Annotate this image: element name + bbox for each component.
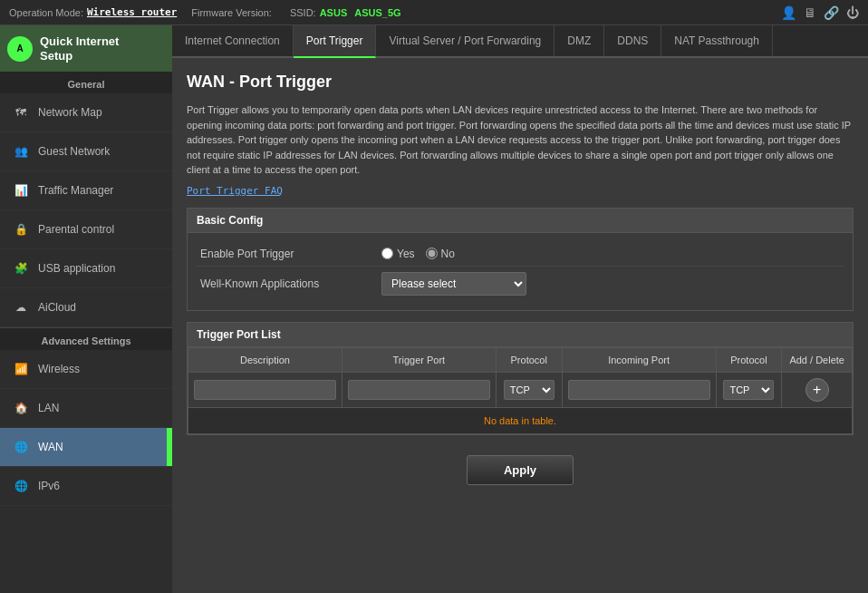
ipv6-icon: 🌐 [11, 476, 31, 496]
page-description: Port Trigger allows you to temporarily o… [187, 102, 854, 178]
aicloud-icon: ☁ [11, 297, 31, 317]
select-protocol-1[interactable]: TCP UDP BOTH [504, 380, 555, 400]
sidebar-item-aicloud[interactable]: ☁ AiCloud [0, 288, 172, 327]
basic-config-section: Basic Config Enable Port Trigger Yes No [187, 208, 854, 311]
sidebar-item-guest-network[interactable]: 👥 Guest Network [0, 132, 172, 171]
enable-port-trigger-label: Enable Port Trigger [200, 248, 381, 260]
page-title: WAN - Port Trigger [187, 73, 854, 92]
advanced-settings-label: Advanced Settings [0, 327, 172, 350]
input-incoming-port[interactable] [568, 380, 710, 400]
basic-config-body: Enable Port Trigger Yes No [188, 233, 853, 310]
trigger-port-list-header: Trigger Port List [188, 323, 853, 347]
sidebar-item-parental-control[interactable]: 🔒 Parental control [0, 210, 172, 249]
parental-control-icon: 🔒 [11, 219, 31, 239]
sidebar-item-ipv6[interactable]: 🌐 IPv6 [0, 467, 172, 506]
sidebar-item-network-map[interactable]: 🗺 Network Map [0, 93, 172, 132]
td-protocol-1: TCP UDP BOTH [496, 372, 562, 407]
usb-application-icon: 🧩 [11, 258, 31, 278]
wan-icon: 🌐 [11, 437, 31, 457]
power-icon[interactable]: ⏻ [846, 5, 859, 20]
sidebar-item-label-network-map: Network Map [38, 106, 102, 119]
td-incoming-port [562, 372, 716, 407]
sidebar-item-usb-application[interactable]: 🧩 USB application [0, 249, 172, 288]
td-description [188, 372, 342, 407]
radio-yes-label: Yes [397, 248, 415, 260]
radio-yes-input[interactable] [381, 248, 393, 259]
general-section-label: General [0, 72, 172, 93]
layout: A Quick InternetSetup General 🗺 Network … [0, 25, 868, 593]
add-button[interactable]: + [805, 378, 829, 402]
sidebar-item-label-ipv6: IPv6 [38, 480, 60, 492]
tab-virtual-server[interactable]: Virtual Server / Port Forwarding [376, 25, 555, 56]
col-protocol-1: Protocol [496, 347, 562, 372]
tab-ddns[interactable]: DDNS [604, 25, 661, 56]
tab-dmz[interactable]: DMZ [555, 25, 604, 56]
sidebar-item-wireless[interactable]: 📶 Wireless [0, 350, 172, 389]
sidebar-item-wan[interactable]: 🌐 WAN [0, 428, 172, 467]
sidebar-item-label-usb-application: USB application [38, 262, 115, 275]
input-description[interactable] [194, 380, 336, 400]
col-incoming-port: Incoming Port [562, 347, 716, 372]
ssid-value: ASUS [320, 7, 348, 18]
operation-mode-label: Operation Mode: [9, 7, 83, 18]
network-icon[interactable]: 🔗 [824, 5, 839, 20]
tab-internet-connection[interactable]: Internet Connection [172, 25, 294, 56]
apply-area: Apply [187, 446, 854, 494]
apply-button[interactable]: Apply [467, 455, 574, 485]
td-add-delete: + [782, 372, 853, 407]
sidebar-item-label-traffic-manager: Traffic Manager [38, 184, 113, 197]
well-known-apps-row: Well-Known Applications Please select [197, 267, 844, 301]
operation-mode-value: Wireless router [87, 6, 177, 18]
sidebar-item-lan[interactable]: 🏠 LAN [0, 389, 172, 428]
enable-port-trigger-control: Yes No [381, 248, 455, 260]
well-known-select[interactable]: Please select [381, 272, 526, 296]
enable-port-trigger-row: Enable Port Trigger Yes No [197, 242, 844, 267]
sidebar-item-label-aicloud: AiCloud [38, 301, 76, 314]
ssid-label: SSID: [290, 7, 316, 18]
well-known-control: Please select [381, 272, 526, 296]
radio-no[interactable]: No [426, 248, 455, 260]
sidebar-item-label-lan: LAN [38, 402, 59, 414]
col-protocol-2: Protocol [716, 347, 782, 372]
faq-link[interactable]: Port Trigger FAQ [187, 185, 854, 197]
active-indicator [167, 428, 172, 466]
no-data-cell: No data in table. [188, 407, 853, 433]
firmware-label: Firmware Version: [191, 7, 272, 18]
trigger-port-list-body: Description Trigger Port Protocol Incomi… [188, 347, 853, 434]
radio-no-label: No [441, 248, 455, 260]
top-bar: Operation Mode: Wireless router Firmware… [0, 0, 868, 25]
radio-no-input[interactable] [426, 248, 438, 259]
sidebar-item-label-parental-control: Parental control [38, 223, 114, 236]
table-header-row: Description Trigger Port Protocol Incomi… [188, 347, 853, 372]
sidebar-item-label-guest-network: Guest Network [38, 145, 110, 158]
table-row: TCP UDP BOTH TCP UDP [188, 372, 853, 407]
monitor-icon[interactable]: 🖥 [804, 5, 816, 20]
well-known-label: Well-Known Applications [200, 277, 381, 290]
sidebar-item-traffic-manager[interactable]: 📊 Traffic Manager [0, 171, 172, 210]
col-add-delete: Add / Delete [782, 347, 853, 372]
user-icon[interactable]: 👤 [781, 5, 796, 20]
select-protocol-2[interactable]: TCP UDP BOTH [723, 380, 774, 400]
top-icons: 👤 🖥 🔗 ⏻ [781, 5, 859, 20]
tab-bar: Internet Connection Port Trigger Virtual… [172, 25, 868, 58]
radio-yes[interactable]: Yes [381, 248, 415, 260]
sidebar-item-label-wan: WAN [38, 441, 63, 453]
guest-network-icon: 👥 [11, 141, 31, 161]
input-trigger-port[interactable] [348, 380, 490, 400]
quick-setup-header[interactable]: A Quick InternetSetup [0, 25, 172, 72]
trigger-port-list-section: Trigger Port List Description Trigger Po… [187, 322, 854, 435]
network-map-icon: 🗺 [11, 102, 31, 122]
ssid-5g-value: ASUS_5G [354, 7, 400, 18]
tab-nat-passthrough[interactable]: NAT Passthrough [661, 25, 773, 56]
tab-port-trigger[interactable]: Port Trigger [294, 25, 377, 58]
traffic-manager-icon: 📊 [11, 180, 31, 200]
lan-icon: 🏠 [11, 398, 31, 418]
asus-logo: A [7, 36, 33, 62]
basic-config-header: Basic Config [188, 209, 853, 233]
main-content: Internet Connection Port Trigger Virtual… [172, 25, 868, 593]
wireless-icon: 📶 [11, 359, 31, 379]
sidebar-item-label-wireless: Wireless [38, 363, 80, 375]
td-protocol-2: TCP UDP BOTH [716, 372, 782, 407]
trigger-table: Description Trigger Port Protocol Incomi… [188, 347, 853, 434]
content-area: WAN - Port Trigger Port Trigger allows y… [172, 58, 868, 593]
